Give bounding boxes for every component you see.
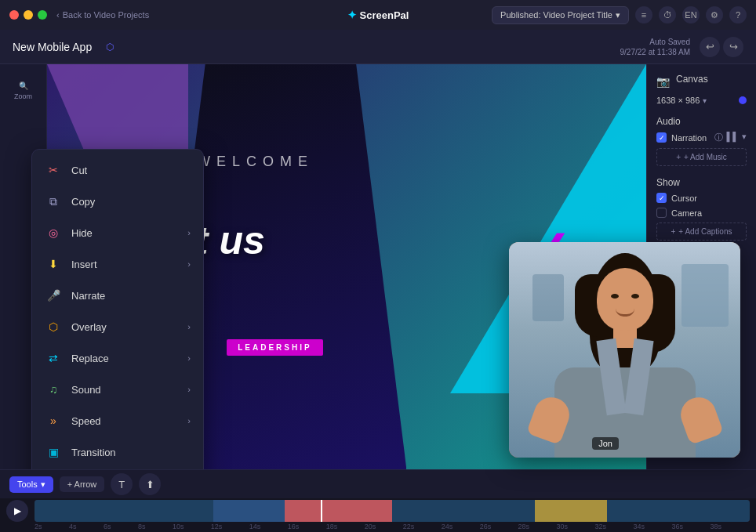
leadership-badge: LEADERSHIP [227, 339, 322, 356]
timeline-segment-6 [607, 500, 750, 522]
sound-icon: ♫ [45, 381, 62, 398]
search-icon: 🔍 [19, 81, 28, 90]
back-button[interactable]: ‹ Back to Video Projects [56, 10, 149, 20]
menu-item-cut[interactable]: ✂ Cut [32, 154, 203, 186]
history-icon[interactable]: ⏱ [659, 6, 676, 24]
external-link-icon[interactable]: ⬡ [106, 42, 114, 52]
left-panel: 🔍 Zoom ✂ Cut ⧉ Copy ◎ Hide › [0, 64, 47, 469]
language-icon[interactable]: EN [682, 6, 700, 24]
welcome-text: WELCOME [197, 154, 314, 170]
show-section: Show ✓ Cursor Camera + + Add Captions [656, 177, 747, 241]
undo-button[interactable]: ↩ [700, 37, 720, 57]
narrate-icon: 🎤 [45, 287, 62, 304]
equipment-bg-2 [532, 274, 564, 321]
list-icon[interactable]: ≡ [635, 6, 652, 24]
traffic-lights [9, 10, 47, 20]
canvas-title: Canvas [676, 74, 708, 85]
dropdown-icon: ▾ [616, 10, 620, 20]
menu-item-speed[interactable]: » Speed › [32, 405, 203, 436]
menu-item-insert[interactable]: ⬇ Insert › [32, 248, 203, 280]
add-captions-button[interactable]: + + Add Captions [656, 223, 747, 241]
menu-item-replace[interactable]: ⇄ Replace › [32, 342, 203, 374]
menu-item-overlay[interactable]: ⬡ Overlay › [32, 311, 203, 342]
zoom-label: Zoom [14, 92, 32, 100]
project-title: New Mobile App [13, 41, 92, 53]
replace-icon: ⇄ [45, 349, 62, 367]
submenu-chevron-icon: › [187, 259, 191, 269]
menu-item-sound[interactable]: ♫ Sound › [32, 374, 203, 405]
cut-icon: ✂ [45, 161, 62, 179]
canvas-size-dropdown-icon: ▾ [703, 96, 707, 105]
eye-left [611, 294, 619, 299]
auto-saved-indicator: Auto Saved 9/27/22 at 11:38 AM [620, 37, 690, 57]
camera-icon: 📷 [656, 75, 670, 88]
cursor-checkbox[interactable]: ✓ [656, 193, 667, 203]
insert-icon: ⬇ [45, 255, 62, 273]
back-chevron-icon: ‹ [56, 10, 60, 20]
narration-dropdown-icon[interactable]: ▾ [742, 132, 747, 143]
undo-redo-controls: ↩ ↪ [700, 37, 743, 57]
logo-icon: ✦ [347, 9, 357, 21]
settings-icon[interactable]: ⚙ [706, 6, 723, 24]
help-icon[interactable]: ? [729, 6, 747, 24]
submenu-chevron-icon: › [187, 385, 191, 394]
minimize-button[interactable] [24, 10, 33, 20]
copy-icon: ⧉ [45, 193, 62, 210]
tools-dropdown-icon: ▾ [41, 480, 45, 490]
timeline-bar[interactable] [35, 500, 750, 522]
timeline-segment-3 [285, 500, 392, 522]
submenu-chevron-icon: › [187, 416, 191, 425]
timeline-segments [35, 500, 750, 522]
timeline-time-markers: 2s 4s 6s 8s 10s 12s 14s 16s 18s 20s 22s … [0, 523, 756, 532]
top-toolbar: New Mobile App ⬡ Auto Saved 9/27/22 at 1… [0, 30, 756, 64]
submenu-chevron-icon: › [187, 228, 191, 237]
person-head [597, 268, 653, 331]
add-music-plus-icon: + [676, 153, 681, 161]
canvas-size[interactable]: 1638 × 986 ▾ [656, 96, 747, 105]
submenu-chevron-icon: › [187, 322, 191, 331]
add-captions-plus-icon: + [671, 227, 676, 236]
redo-button[interactable]: ↪ [723, 37, 743, 57]
speed-icon: » [45, 412, 62, 429]
context-menu: ✂ Cut ⧉ Copy ◎ Hide › ⬇ Insert › [31, 149, 204, 469]
camera-row: Camera [656, 208, 747, 218]
timeline-segment-1 [35, 500, 213, 522]
tools-button[interactable]: Tools ▾ [9, 476, 53, 493]
timeline-segment-4 [392, 500, 535, 522]
cursor-label: Cursor [671, 194, 697, 203]
title-bar-right: Published: Video Project Title ▾ ≡ ⏱ EN … [492, 6, 747, 24]
camera-checkbox[interactable] [656, 208, 667, 218]
narration-checkbox[interactable]: ✓ [656, 132, 667, 143]
timeline-toolbar: Tools ▾ + Arrow T ⬆ [0, 470, 756, 498]
audio-section: Audio ✓ Narration ⓘ ▌▌ ▾ + + Add Music [656, 116, 747, 166]
close-button[interactable] [9, 10, 19, 20]
webcam-overlay [509, 242, 740, 458]
menu-item-narrate[interactable]: 🎤 Narrate [32, 280, 203, 311]
menu-item-hide[interactable]: ◎ Hide › [32, 217, 203, 248]
narration-label: Narration [671, 133, 707, 143]
cursor-tool-button[interactable]: ⬆ [139, 473, 161, 495]
playhead[interactable] [321, 500, 322, 522]
text-tool-button[interactable]: T [111, 473, 133, 495]
add-music-button[interactable]: + + Add Music [656, 148, 747, 166]
maximize-button[interactable] [38, 10, 47, 20]
play-button[interactable]: ▶ [6, 500, 28, 522]
narration-row: ✓ Narration ⓘ ▌▌ ▾ [656, 132, 747, 143]
audio-title: Audio [656, 116, 747, 127]
timeline-area: Tools ▾ + Arrow T ⬆ ▶ [0, 469, 756, 532]
menu-item-copy[interactable]: ⧉ Copy [32, 186, 203, 217]
canvas-color-dot[interactable] [739, 96, 747, 104]
menu-item-volume[interactable]: 🔊 Volume [32, 468, 203, 469]
timeline-segment-2 [213, 500, 285, 522]
timeline-track: ▶ [0, 498, 756, 523]
search-panel-item[interactable]: 🔍 Zoom [6, 74, 41, 108]
transition-icon: ▣ [45, 443, 62, 461]
person-name-tag: Jon [592, 437, 619, 450]
equipment-bg [681, 264, 729, 327]
menu-item-transition[interactable]: ▣ Transition [32, 436, 203, 468]
arrow-button[interactable]: + Arrow [60, 476, 105, 492]
narration-waveform-icon[interactable]: ▌▌ [726, 132, 739, 143]
narration-info-icon[interactable]: ⓘ [714, 132, 723, 143]
canvas-section: 📷 Canvas 1638 × 986 ▾ [656, 74, 747, 105]
publish-button[interactable]: Published: Video Project Title ▾ [492, 6, 629, 24]
